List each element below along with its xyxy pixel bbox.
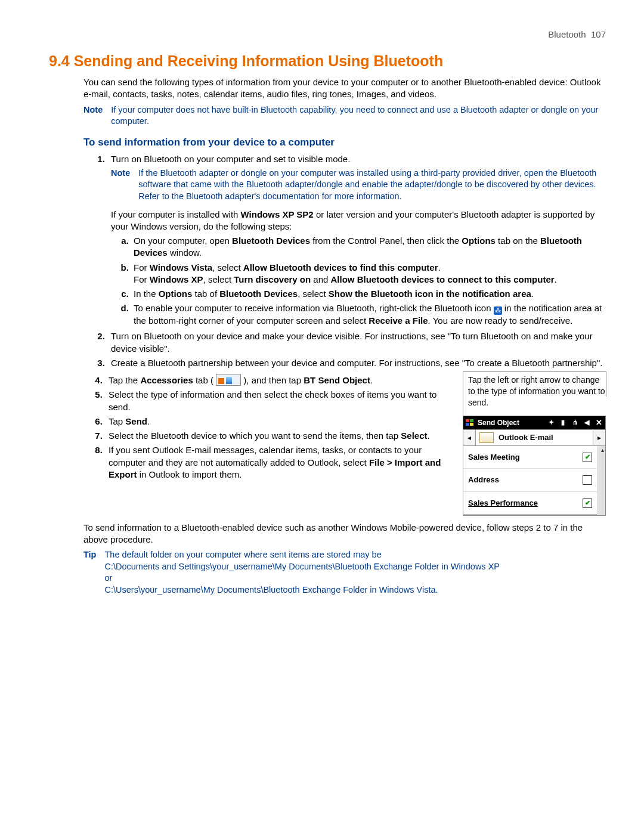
page-header: Bluetooth 107 [49,29,606,41]
header-section: Bluetooth [548,29,586,39]
substep-b: For Windows Vista, select Allow Bluetoot… [131,262,606,286]
note-body: If the Bluetooth adapter or dongle on yo… [138,168,606,203]
section-heading: 9.4 Sending and Receiving Information Us… [49,51,606,72]
item-list: Sales Meeting ✔ Address Sales Performanc… [463,446,605,515]
step-7: Select the Bluetooth device to which you… [105,430,451,442]
substep-a: On your computer, open Bluetooth Devices… [131,235,606,259]
step-5: Select the type of information and then … [105,389,451,413]
step-1-postnote: If your computer is installed with Windo… [111,209,606,233]
step-3: Create a Bluetooth partnership between y… [107,357,606,369]
subheading-send-to-computer: To send information from your device to … [83,136,606,150]
tip-default-folder: Tip The default folder on your computer … [83,549,606,596]
checkbox-unchecked-icon [583,475,592,485]
accessories-tab-icon [216,374,241,386]
list-item-label: Sales Meeting [468,452,520,463]
header-page: 107 [591,29,606,39]
step-2: Turn on Bluetooth on your device and mak… [107,330,606,355]
after-figure-paragraph: To send information to a Bluetooth-enabl… [83,522,606,546]
tip-label: Tip [83,549,96,596]
list-item: Sales Performance ✔ [463,492,597,515]
step-1-substeps: On your computer, open Bluetooth Devices… [119,235,606,327]
substep-c: In the Options tab of Bluetooth Devices,… [131,288,606,300]
list-item: Sales Meeting ✔ [463,446,597,469]
figure-send-object: Tap the left or right arrow to change to… [463,371,606,516]
note-label: Note [111,168,130,203]
intro-paragraph: You can send the following types of info… [83,76,606,101]
type-label: Outlook E-mail [499,432,553,443]
bluetooth-icon: ⁂ [494,306,502,315]
status-icon: ✦ [547,419,555,427]
antenna-icon: ⋔ [571,419,579,427]
step-6: Tap Send. [105,416,451,428]
device-titlebar: Send Object ✦ ▮ ⋔ ◀ ✕ [463,416,605,429]
close-icon: ✕ [595,419,603,427]
device-screenshot: Send Object ✦ ▮ ⋔ ◀ ✕ ◂ [463,416,606,516]
step-1-text: Turn on Bluetooth on your computer and s… [111,154,350,164]
speaker-icon: ◀ [583,419,591,427]
figure-caption: Tap the left or right arrow to change to… [463,371,606,417]
window-title: Send Object [478,418,519,428]
type-selector: ◂ Outlook E-mail ▸ [463,429,605,446]
checkbox-checked-icon: ✔ [583,498,592,508]
arrow-left-icon: ◂ [463,430,476,445]
note-label: Note [83,104,103,128]
tip-body: The default folder on your computer wher… [104,549,606,596]
list-item-label: Sales Performance [468,498,538,509]
step-8: If you sent Outlook E-mail messages, cal… [105,444,451,481]
step-1-note: Note If the Bluetooth adapter or dongle … [111,168,606,203]
list-item-label: Address [468,475,499,485]
start-icon [466,419,474,426]
steps-4-8-with-figure: Tap the Accessories tab ( ), and then ta… [89,371,606,516]
numbered-steps: Turn on Bluetooth on your computer and s… [93,153,606,516]
checkbox-checked-icon: ✔ [583,453,592,462]
signal-icon: ▮ [559,419,567,427]
mail-icon [479,432,494,443]
note-body: If your computer does not have built-in … [111,104,606,128]
substep-d: To enable your computer to receive infor… [131,302,606,327]
list-item: Address [463,469,597,492]
arrow-right-icon: ▸ [593,430,605,445]
step-4: Tap the Accessories tab ( ), and then ta… [105,374,451,386]
step-1: Turn on Bluetooth on your computer and s… [107,153,606,327]
note-bluetooth-adapter: Note If your computer does not have buil… [83,104,606,128]
